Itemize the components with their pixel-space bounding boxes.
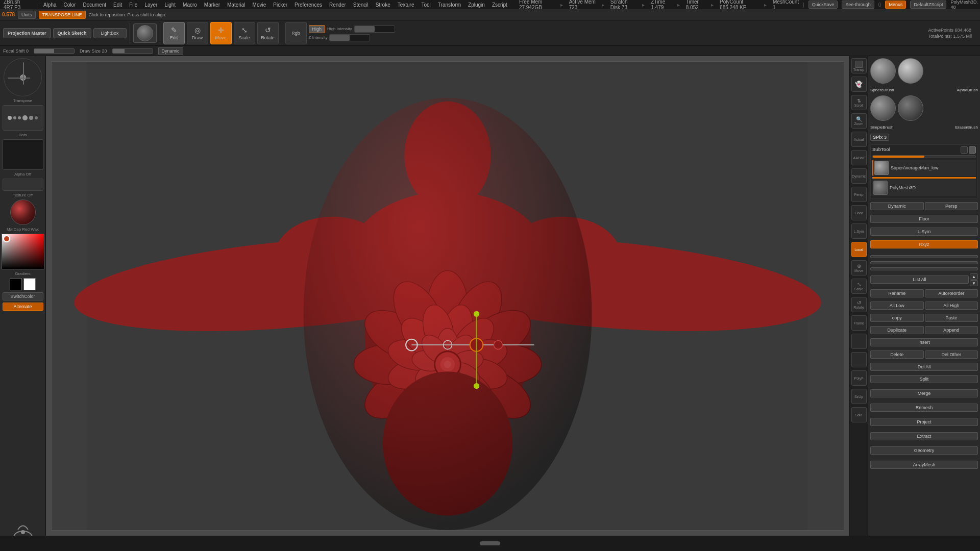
list-arrow-up[interactable]: ▲ <box>970 273 978 280</box>
lsym-right-btn[interactable]: L.Sym <box>870 228 978 236</box>
move-view-btn[interactable]: ⊕ Move <box>851 260 867 276</box>
list-arrow-down[interactable]: ▼ <box>970 280 978 286</box>
dynamic-render-btn[interactable]: Dynamic <box>870 202 924 210</box>
zoom-btn[interactable]: 🔍 Zoom <box>851 113 867 129</box>
eraser-brush-preview[interactable] <box>898 95 923 121</box>
arraymesh-btn[interactable]: ArrayMesh <box>870 461 978 469</box>
delete-btn[interactable]: Delete <box>870 350 924 359</box>
sphere-brush-preview[interactable] <box>870 58 896 84</box>
transform-gizmo[interactable] <box>4 58 42 96</box>
high-intensity-track[interactable] <box>354 26 395 33</box>
menus-btn[interactable]: Menus <box>885 1 906 9</box>
simple-brush-preview[interactable] <box>870 95 896 121</box>
switch-color-btn[interactable]: SwitchColor <box>3 292 43 300</box>
dynamic-btn[interactable]: Dynamic <box>158 47 183 55</box>
canvas-area[interactable] <box>46 56 849 536</box>
transp-btn[interactable]: Transp <box>851 58 867 73</box>
subtool-toggle-on[interactable] <box>969 146 976 154</box>
move-btn[interactable]: ✛ Move <box>210 22 232 44</box>
dynamic-view-btn[interactable]: Dynamic <box>851 168 867 184</box>
split-btn[interactable]: Split <box>870 375 978 383</box>
subtool-toggle-off[interactable] <box>961 146 968 154</box>
snap-btn[interactable] <box>851 352 867 367</box>
units-btn[interactable]: Units <box>18 11 36 19</box>
scale-view-btn[interactable]: ⤡ Scale <box>851 279 867 294</box>
scroll-btn[interactable]: ⇅ Scroll <box>851 95 867 110</box>
menu-file[interactable]: File <box>128 2 139 8</box>
menu-preferences[interactable]: Preferences <box>293 2 324 8</box>
rxyz-btn[interactable]: Rxyz <box>870 240 978 248</box>
lightbox-btn[interactable]: LightBox <box>93 28 127 38</box>
see-through-btn[interactable]: See-through <box>842 1 874 9</box>
bottom-slider[interactable] <box>480 541 500 545</box>
alpha-brush-preview[interactable] <box>898 58 923 84</box>
remesh-btn[interactable]: Remesh <box>870 404 978 412</box>
rotate-view-btn[interactable]: ↺ Rotate <box>851 297 867 312</box>
frame-btn[interactable]: Frame <box>851 315 867 331</box>
all-high-btn[interactable]: All High <box>925 302 978 310</box>
floor-btn[interactable]: Floor <box>851 205 867 220</box>
subtool-item-1[interactable]: PolyMesh3D <box>872 180 976 196</box>
lsym-btn[interactable]: L.Sym <box>851 223 867 239</box>
menu-layer[interactable]: Layer <box>143 2 159 8</box>
paste-btn[interactable]: Paste <box>925 314 978 322</box>
duplicate-btn[interactable]: Duplicate <box>870 326 924 334</box>
swatch-black[interactable] <box>10 278 22 290</box>
quicksave-btn[interactable]: QuickSave <box>808 1 838 9</box>
autorename-btn[interactable]: AutoReorder <box>925 289 978 297</box>
merge-btn[interactable]: Merge <box>870 389 978 397</box>
menu-alpha[interactable]: Alpha <box>42 2 58 8</box>
scale-btn[interactable]: ⤡ Scale <box>234 22 255 44</box>
draw-btn[interactable]: ◎ Draw <box>187 22 208 44</box>
persp-render-btn[interactable]: Persp <box>925 202 978 210</box>
subtool-slider-track[interactable] <box>872 155 976 158</box>
brush-selector[interactable] <box>133 23 157 43</box>
copy-btn[interactable]: copy <box>870 314 924 322</box>
edit-btn[interactable]: ✎ Edit <box>163 22 185 44</box>
actual-btn[interactable]: Actual <box>851 132 867 147</box>
extract-btn[interactable]: Extract <box>870 432 978 440</box>
subtool-item-0[interactable]: SuperAverageMan_low <box>872 160 976 176</box>
draw-size-slider[interactable] <box>112 48 153 54</box>
menu-stroke[interactable]: Stroke <box>374 2 392 8</box>
rename-btn[interactable]: Rename <box>870 289 924 297</box>
menu-marker[interactable]: Marker <box>203 2 222 8</box>
alpha-preview[interactable] <box>3 139 43 170</box>
alternate-btn[interactable]: Alternate <box>3 303 43 311</box>
persp-btn[interactable]: Persp <box>851 187 867 202</box>
rgb-btn[interactable]: Rgb <box>285 22 307 44</box>
menu-transform[interactable]: Transform <box>436 2 462 8</box>
rotate-btn[interactable]: ↺ Rotate <box>257 22 279 44</box>
del-all-btn[interactable]: Del All <box>870 363 978 371</box>
linefit-btn[interactable] <box>851 334 867 349</box>
menu-texture[interactable]: Texture <box>396 2 416 8</box>
dots-pattern[interactable] <box>3 105 43 131</box>
menu-document[interactable]: Document <box>81 2 108 8</box>
polyf-btn[interactable]: PolyF <box>851 370 867 386</box>
quick-sketch-btn[interactable]: Quick Sketch <box>53 28 91 38</box>
high-intensity-btn[interactable]: High <box>309 25 326 33</box>
menu-color[interactable]: Color <box>62 2 78 8</box>
st-slot3[interactable] <box>870 267 978 270</box>
ghost-btn[interactable]: 👻 <box>851 77 867 92</box>
append-btn[interactable]: Append <box>925 326 978 334</box>
menu-light[interactable]: Light <box>163 2 177 8</box>
default-zscript-btn[interactable]: DefaultZScript <box>910 1 946 9</box>
transpose-line-btn[interactable]: TRANSPOSE LINE <box>39 11 86 19</box>
menu-movie[interactable]: Movie <box>251 2 268 8</box>
swatch-white[interactable] <box>23 278 36 290</box>
z-intensity-track[interactable] <box>329 34 370 41</box>
menu-render[interactable]: Render <box>328 2 348 8</box>
local-btn[interactable]: Local <box>851 242 867 257</box>
menu-macro[interactable]: Macro <box>181 2 199 8</box>
texture-preview[interactable] <box>3 179 43 191</box>
del-other-btn[interactable]: Del Other <box>925 350 978 359</box>
szup-btn[interactable]: SzUp <box>851 389 867 404</box>
menu-stencil[interactable]: Stencil <box>352 2 370 8</box>
focal-shift-slider[interactable] <box>34 48 75 54</box>
st-slot1[interactable] <box>870 255 978 258</box>
menu-zscript[interactable]: Zscript <box>491 2 509 8</box>
all-low-btn[interactable]: All Low <box>870 302 924 310</box>
list-all-btn[interactable]: List All <box>870 276 969 284</box>
matcap-preview[interactable] <box>10 199 36 225</box>
